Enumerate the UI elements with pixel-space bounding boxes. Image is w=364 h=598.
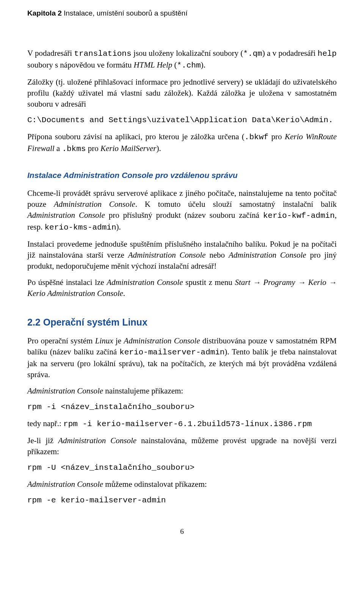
paragraph-linux-1: Pro operační systém Linux je Administrat…	[27, 335, 337, 380]
page-number: 6	[27, 527, 337, 537]
chapter-label: Kapitola 2	[27, 9, 62, 17]
paragraph-remote-3: Po úspěšné instalaci lze Administration …	[27, 277, 337, 299]
code-rpm-upgrade: rpm -U <název_instalačního_souboru>	[27, 463, 337, 474]
chapter-title: Instalace, umístění souborů a spuštění	[62, 9, 188, 17]
paragraph-linux-example: tedy např.: rpm -i kerio-mailserver-6.1.…	[27, 418, 337, 430]
heading-linux: 2.2 Operační systém Linux	[27, 316, 337, 329]
code-path: C:\Documents and Settings\uzivatel\Appli…	[27, 115, 337, 126]
paragraph-extension: Přípona souboru závisí na aplikaci, pro …	[27, 131, 337, 155]
paragraph-linux-uninstall: Administration Console můžeme odinstalov…	[27, 479, 337, 490]
paragraph-bookmarks: Záložky (tj. uložené přihlašovací inform…	[27, 77, 337, 110]
paragraph-translations: V podadresáři translations jsou uloženy …	[27, 48, 337, 71]
paragraph-linux-install: Administration Console nainstalujeme pří…	[27, 386, 337, 397]
paragraph-remote-2: Instalaci provedeme jednoduše spuštěním …	[27, 239, 337, 272]
code-rpm-erase: rpm -e kerio-mailserver-admin	[27, 495, 337, 506]
page-header: Kapitola 2 Instalace, umístění souborů a…	[27, 8, 337, 18]
code-rpm-install: rpm -i <název_instalačního_souboru>	[27, 402, 337, 413]
paragraph-remote-1: Chceme-li provádět správu serverové apli…	[27, 188, 337, 233]
heading-remote-install: Instalace Administration Console pro vzd…	[27, 170, 337, 181]
paragraph-linux-upgrade: Je-li již Administration Console nainsta…	[27, 435, 337, 457]
